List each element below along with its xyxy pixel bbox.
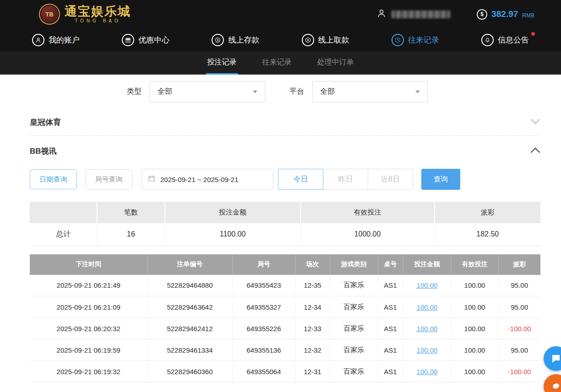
col-bet-amount: 投注金额 xyxy=(403,254,451,275)
bet-amount-link[interactable]: 100.00 xyxy=(417,325,438,333)
nav-transaction-records[interactable]: 往来记录 xyxy=(392,34,439,46)
order-no: 522829460360 xyxy=(147,361,232,382)
bet-amount-link[interactable]: 100.00 xyxy=(417,303,438,311)
withdraw-coin-icon: $ xyxy=(302,34,314,46)
date-range-input[interactable]: 2025-09-21 ~ 2025-09-21 xyxy=(142,169,273,190)
payout: 95.00 xyxy=(498,339,540,361)
payout: 95.00 xyxy=(498,275,540,296)
section-title: 皇冠体育 xyxy=(30,117,61,128)
order-no: 522829464880 xyxy=(147,275,232,296)
table-row: 2025-09-21 06:20:32 522829462412 6493552… xyxy=(30,318,540,339)
records-clock-icon xyxy=(392,34,404,46)
chevron-down-icon[interactable] xyxy=(530,118,540,126)
payout: -100.00 xyxy=(498,318,540,339)
crown-sports-header[interactable]: 皇冠体育 xyxy=(30,109,540,135)
bet-time: 2025-09-21 06:21:49 xyxy=(30,275,147,296)
top-right: $ 382.97 RMB xyxy=(376,8,534,21)
nav-withdraw[interactable]: $ 线上取款 xyxy=(302,34,349,46)
nav-label: 线上存款 xyxy=(228,35,259,45)
site-logo[interactable]: TB 通宝娱乐城 TONG BAO xyxy=(39,4,131,25)
tab-transaction-records[interactable]: 往来记录 xyxy=(261,52,293,75)
gift-icon xyxy=(122,34,134,46)
bet-amount-link[interactable]: 100.00 xyxy=(417,346,438,354)
col-payout: 派彩 xyxy=(498,254,540,275)
yesterday-button[interactable]: 昨日 xyxy=(323,169,368,190)
session: 12-34 xyxy=(295,296,330,318)
valid-bet: 100.00 xyxy=(451,318,498,339)
top-header: TB 通宝娱乐城 TONG BAO $ 382.97 RMB xyxy=(0,0,561,28)
date-range-value: 2025-09-21 ~ 2025-09-21 xyxy=(160,176,239,183)
section-title: BB视讯 xyxy=(30,146,57,156)
balance-amount: 382.97 xyxy=(491,9,518,19)
logo-badge-icon: TB xyxy=(39,4,60,25)
subtab-bar: 投注记录 往来记录 处理中订单 xyxy=(0,52,561,75)
summary-table: 笔数 投注金额 有效投注 派彩 总计 16 1100.00 1000.00 18… xyxy=(30,202,540,246)
chevron-up-icon[interactable] xyxy=(530,147,540,155)
bet-amount-link[interactable]: 100.00 xyxy=(417,368,438,376)
summary-total-row: 总计 16 1100.00 1000.00 182.50 xyxy=(30,223,540,246)
valid-bet: 100.00 xyxy=(451,296,498,318)
nav-label: 我的账户 xyxy=(49,35,80,45)
summary-total-label: 总计 xyxy=(30,223,97,246)
round-no: 649355327 xyxy=(232,296,295,318)
bet-time: 2025-09-21 06:20:32 xyxy=(30,318,147,339)
calendar-icon xyxy=(147,174,156,184)
payout: 95.00 xyxy=(498,296,540,318)
col-round-no: 局号 xyxy=(232,254,295,275)
type-select[interactable]: 全部 xyxy=(150,81,265,102)
table-no: AS1 xyxy=(378,318,403,339)
query-toolbar: 日期查询 局号查询 2025-09-21 ~ 2025-09-21 今日 昨日 … xyxy=(30,169,540,190)
bb-video-header[interactable]: BB视讯 xyxy=(30,136,540,166)
tab-bet-records[interactable]: 投注记录 xyxy=(206,52,238,75)
coin-icon: $ xyxy=(477,9,487,20)
summary-header-bet-amount: 投注金额 xyxy=(165,202,300,223)
game-type: 百家乐 xyxy=(330,361,378,382)
session: 12-35 xyxy=(295,275,330,296)
bet-amount-cell: 100.00 xyxy=(403,275,451,296)
balance[interactable]: $ 382.97 RMB xyxy=(477,9,534,20)
balance-currency: RMB xyxy=(522,12,534,19)
platform-select[interactable]: 全部 xyxy=(312,81,428,102)
col-order-no: 注单编号 xyxy=(147,254,232,275)
summary-header-valid-bet: 有效投注 xyxy=(300,202,435,223)
page: TB 通宝娱乐城 TONG BAO $ 382.97 RMB xyxy=(0,0,561,392)
summary-header-count: 笔数 xyxy=(97,202,165,223)
main-content: 类型 全部 平台 全部 皇冠体育 BB视讯 xyxy=(0,75,561,382)
bet-time: 2025-09-21 06:19:59 xyxy=(30,339,147,361)
order-no: 522829463642 xyxy=(147,296,232,318)
user-account[interactable] xyxy=(376,8,450,21)
tab-processing-orders[interactable]: 处理中订单 xyxy=(316,52,355,75)
nav-announcements[interactable]: 信息公告 xyxy=(481,34,529,46)
round-no: 649355423 xyxy=(232,275,295,296)
payout: -100.00 xyxy=(498,361,540,382)
summary-header-empty xyxy=(30,202,97,223)
table-no: AS1 xyxy=(378,339,403,361)
search-button[interactable]: 查询 xyxy=(421,169,460,190)
table-row: 2025-09-21 06:19:59 522829461334 6493551… xyxy=(30,339,540,361)
date-query-button[interactable]: 日期查询 xyxy=(30,169,77,189)
svg-text:$: $ xyxy=(307,38,309,42)
notification-dot xyxy=(531,32,535,36)
summary-header-row: 笔数 投注金额 有效投注 派彩 xyxy=(30,202,540,223)
platform-select-value: 全部 xyxy=(320,87,335,97)
round-query-button[interactable]: 局号查询 xyxy=(85,169,132,189)
col-valid-bet: 有效投注 xyxy=(451,254,498,275)
nav-promotions[interactable]: 优惠中心 xyxy=(122,34,169,46)
valid-bet: 100.00 xyxy=(451,339,498,361)
order-no: 522829461334 xyxy=(147,339,232,361)
today-button[interactable]: 今日 xyxy=(278,169,323,190)
bet-amount-cell: 100.00 xyxy=(403,318,451,339)
bet-amount-cell: 100.00 xyxy=(403,296,451,318)
nav-my-account[interactable]: 我的账户 xyxy=(32,34,80,46)
session: 12-32 xyxy=(295,339,330,361)
table-row: 2025-09-21 06:21:09 522829463642 6493553… xyxy=(30,296,540,318)
summary-bet-amount: 1100.00 xyxy=(165,223,300,246)
summary-valid-bet: 1000.00 xyxy=(300,223,435,246)
section-crown-sports: 皇冠体育 xyxy=(30,109,540,136)
order-no: 522829462412 xyxy=(147,318,232,339)
bet-amount-link[interactable]: 100.00 xyxy=(417,281,438,289)
nav-deposit[interactable]: $ 线上存款 xyxy=(212,34,259,46)
col-game-type: 游戏类别 xyxy=(330,254,378,275)
game-type: 百家乐 xyxy=(330,318,378,339)
last-8-days-button[interactable]: 近8日 xyxy=(368,169,413,190)
